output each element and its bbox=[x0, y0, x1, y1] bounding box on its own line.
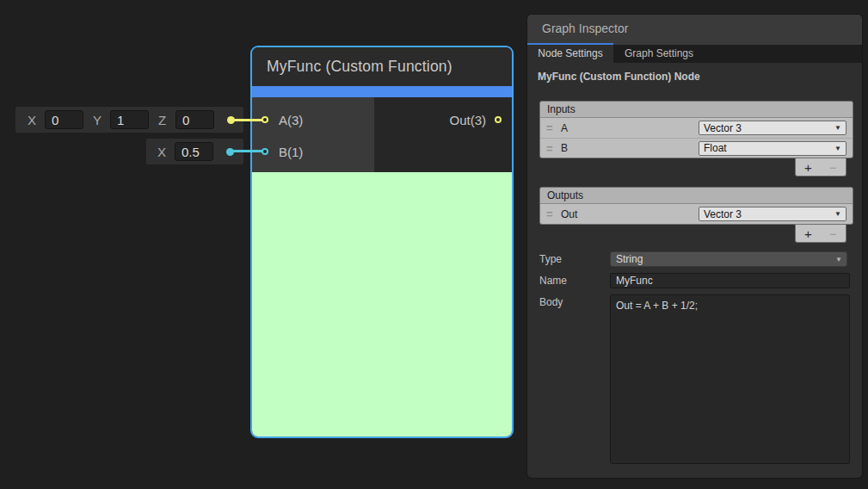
drag-handle-icon[interactable]: = bbox=[546, 121, 561, 134]
port-b-icon[interactable] bbox=[262, 148, 268, 155]
body-field-row: Body Out = A + B + 1/2; bbox=[527, 294, 862, 464]
remove-input-button[interactable]: − bbox=[829, 160, 837, 175]
node-ports: A(3) B(1) Out(3) bbox=[252, 97, 512, 172]
port-out-label: Out(3) bbox=[449, 113, 486, 127]
vector3-input-widget: X Y Z bbox=[15, 107, 243, 133]
z-value-input[interactable] bbox=[175, 110, 214, 129]
float-value-input[interactable] bbox=[175, 142, 213, 161]
tab-graph-settings[interactable]: Graph Settings bbox=[613, 45, 705, 63]
inputs-section-title: Inputs bbox=[540, 102, 853, 118]
output-type-dropdown[interactable]: Vector 3 ▼ bbox=[699, 207, 846, 221]
tab-node-settings[interactable]: Node Settings bbox=[527, 45, 613, 63]
outputs-section-title: Outputs bbox=[540, 188, 853, 204]
drag-handle-icon[interactable]: = bbox=[546, 142, 561, 155]
port-row-a: A(3) bbox=[252, 109, 374, 130]
inspector-body: MyFunc (Custom Function) Node Inputs = A… bbox=[527, 63, 862, 464]
dropdown-value: Vector 3 bbox=[704, 122, 742, 134]
dropdown-value: Float bbox=[704, 142, 727, 154]
dropdown-value: Vector 3 bbox=[704, 208, 742, 220]
add-output-button[interactable]: + bbox=[804, 226, 812, 241]
input-ports: A(3) B(1) bbox=[252, 97, 374, 172]
name-label: Name bbox=[539, 275, 610, 287]
float-input-widget: X bbox=[146, 139, 243, 164]
type-dropdown[interactable]: String ▼ bbox=[610, 251, 847, 267]
node-accent-bar bbox=[252, 86, 512, 97]
input-row-a[interactable]: = A Vector 3 ▼ bbox=[540, 118, 853, 138]
port-row-out: Out(3) bbox=[374, 109, 512, 130]
outputs-section: Outputs = Out Vector 3 ▼ bbox=[539, 187, 853, 225]
add-input-button[interactable]: + bbox=[804, 160, 812, 175]
port-b-label: B(1) bbox=[279, 145, 303, 159]
chevron-down-icon: ▼ bbox=[835, 256, 842, 263]
port-a-label: A(3) bbox=[279, 113, 303, 127]
inputs-list-buttons: + − bbox=[795, 158, 846, 176]
port-out-icon[interactable] bbox=[495, 116, 502, 123]
port-row-b: B(1) bbox=[252, 141, 374, 162]
port-a-icon[interactable] bbox=[262, 116, 268, 123]
x-axis-label: X bbox=[28, 113, 40, 127]
active-tab-underline bbox=[527, 43, 613, 45]
node-title: MyFunc (Custom Function) bbox=[252, 47, 512, 86]
graph-inspector-panel: Graph Inspector Node Settings Graph Sett… bbox=[527, 15, 862, 478]
type-label: Type bbox=[539, 253, 610, 265]
outputs-list-buttons: + − bbox=[795, 225, 846, 243]
inspector-tabbar: Node Settings Graph Settings bbox=[527, 45, 862, 63]
drag-handle-icon[interactable]: = bbox=[546, 207, 561, 220]
inspector-header[interactable]: Graph Inspector bbox=[527, 15, 862, 45]
x-value-input[interactable] bbox=[45, 110, 83, 129]
x-axis-label: X bbox=[157, 145, 169, 159]
input-row-b[interactable]: = B Float ▼ bbox=[540, 138, 853, 158]
dropdown-value: String bbox=[616, 253, 643, 265]
body-label: Body bbox=[539, 294, 610, 308]
body-textarea[interactable]: Out = A + B + 1/2; bbox=[610, 294, 850, 464]
custom-function-node[interactable]: MyFunc (Custom Function) A(3) B(1) Out(3… bbox=[250, 46, 514, 438]
output-ports: Out(3) bbox=[374, 97, 512, 172]
chevron-down-icon: ▼ bbox=[834, 145, 841, 152]
output-row-out[interactable]: = Out Vector 3 ▼ bbox=[540, 204, 853, 224]
remove-output-button[interactable]: − bbox=[829, 226, 837, 241]
type-field-row: Type String ▼ bbox=[527, 251, 862, 267]
y-axis-label: Y bbox=[93, 113, 105, 127]
output-name: Out bbox=[561, 208, 577, 220]
chevron-down-icon: ▼ bbox=[834, 124, 841, 132]
chevron-down-icon: ▼ bbox=[834, 210, 841, 218]
input-name: B bbox=[561, 142, 568, 154]
function-fields: Type String ▼ Name Body Out = A + B + 1/… bbox=[527, 251, 862, 464]
y-value-input[interactable] bbox=[110, 110, 149, 129]
node-preview bbox=[252, 172, 512, 438]
z-axis-label: Z bbox=[158, 113, 170, 127]
name-field-row: Name bbox=[527, 273, 862, 288]
input-name: A bbox=[561, 122, 568, 134]
inspector-title: Graph Inspector bbox=[542, 22, 628, 35]
node-settings-subtitle: MyFunc (Custom Function) Node bbox=[538, 71, 862, 83]
name-input[interactable] bbox=[610, 273, 850, 288]
inputs-section: Inputs = A Vector 3 ▼ = B Float ▼ bbox=[539, 101, 853, 158]
input-b-type-dropdown[interactable]: Float ▼ bbox=[699, 141, 846, 156]
input-a-type-dropdown[interactable]: Vector 3 ▼ bbox=[699, 121, 846, 135]
